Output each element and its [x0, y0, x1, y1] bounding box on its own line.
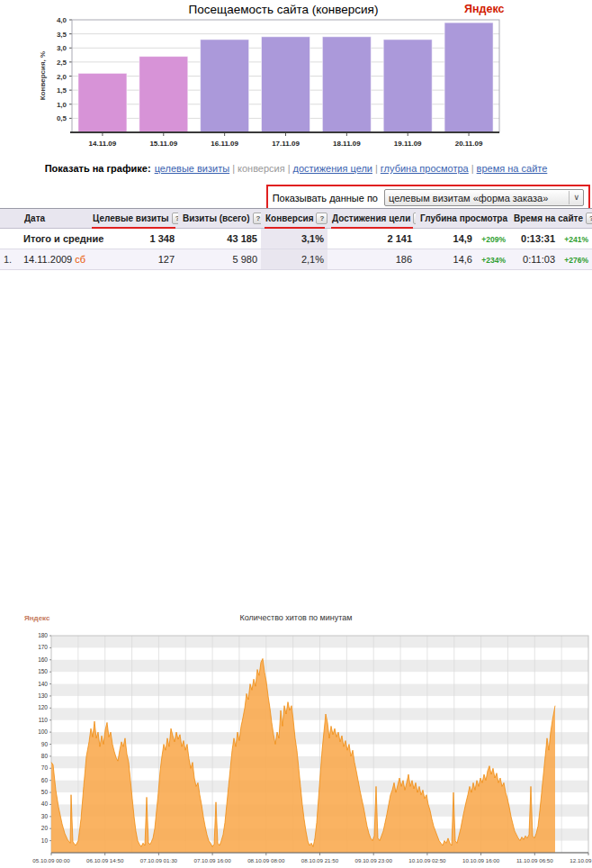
- svg-text:4,0: 4,0: [57, 16, 67, 24]
- svg-text:11.10.09 06:50: 11.10.09 06:50: [516, 857, 553, 863]
- col-header-time[interactable]: Время на сайте?: [509, 209, 592, 229]
- svg-text:170: 170: [38, 644, 48, 650]
- totals-label: Итого и средние: [20, 229, 88, 249]
- filter-selected-value: целевым визитам «форма заказа»: [389, 193, 548, 203]
- header-label: Время на сайте: [514, 213, 583, 223]
- svg-text:19.11.09: 19.11.09: [394, 140, 422, 148]
- row-conversion: 2,1%: [261, 249, 327, 270]
- svg-text:120: 120: [38, 704, 48, 710]
- svg-text:20.11.09: 20.11.09: [455, 140, 483, 148]
- col-header-index: [0, 209, 20, 229]
- help-icon[interactable]: ?: [316, 212, 327, 224]
- svg-text:07.10.09 16:00: 07.10.09 16:00: [193, 857, 231, 863]
- data-filter-dropdown[interactable]: целевым визитам «форма заказа» ∨: [384, 189, 584, 206]
- row-index: 1.: [0, 249, 20, 270]
- value: 0:13:31: [513, 233, 555, 244]
- annotation-underline: [92, 227, 175, 229]
- annotation-underline: [265, 227, 325, 229]
- svg-text:12.10.09 10:50: 12.10.09 10:50: [570, 857, 592, 863]
- totals-achievements: 2 141: [327, 229, 416, 249]
- svg-text:07.10.09 01:30: 07.10.09 01:30: [140, 857, 178, 863]
- row-visits: 5 980: [178, 249, 261, 270]
- col-header-conversion[interactable]: Конверсия?: [261, 209, 327, 229]
- separator: |: [288, 163, 291, 174]
- svg-text:08.10.09 08:00: 08.10.09 08:00: [247, 857, 285, 863]
- link-goal-visits[interactable]: целевые визиты: [155, 163, 230, 174]
- header-label: Визиты (всего): [183, 213, 250, 223]
- svg-text:100: 100: [38, 728, 48, 735]
- col-header-visits[interactable]: Визиты (всего)?: [178, 209, 261, 229]
- svg-text:3,5: 3,5: [57, 31, 67, 39]
- svg-text:160: 160: [38, 656, 48, 663]
- svg-text:30: 30: [41, 813, 49, 819]
- weekday-label: сб: [75, 254, 85, 265]
- svg-text:90: 90: [41, 741, 49, 747]
- col-header-date[interactable]: Дата: [20, 209, 88, 229]
- col-header-achievements[interactable]: Достижения цели?: [327, 209, 416, 229]
- annotation-underline: [331, 227, 413, 229]
- svg-text:10: 10: [41, 837, 49, 844]
- svg-text:09.10.09 23:00: 09.10.09 23:00: [355, 857, 393, 863]
- date-value: 14.11.2009: [23, 254, 72, 265]
- table-row: 1. 14.11.2009 сб 127 5 980 2,1% 186 14,6…: [0, 249, 592, 270]
- delta-badge: +276%: [555, 256, 588, 265]
- row-date[interactable]: 14.11.2009 сб: [20, 249, 88, 270]
- svg-text:60: 60: [41, 777, 49, 783]
- svg-text:20: 20: [41, 825, 49, 831]
- svg-text:05.10.09 00:00: 05.10.09 00:00: [32, 857, 70, 863]
- separator: |: [375, 163, 378, 174]
- svg-text:1,5: 1,5: [57, 86, 67, 95]
- svg-text:10.10.09 02:50: 10.10.09 02:50: [408, 857, 446, 863]
- svg-text:10.10.09 16:00: 10.10.09 16:00: [462, 857, 500, 863]
- svg-text:3,0: 3,0: [57, 44, 67, 52]
- header-label: Целевые визиты: [93, 213, 169, 223]
- delta-badge: +241%: [555, 235, 588, 244]
- row-goal-visits: 127: [88, 249, 178, 270]
- svg-text:16.11.09: 16.11.09: [211, 140, 238, 148]
- svg-text:150: 150: [38, 668, 48, 674]
- svg-text:17.11.09: 17.11.09: [272, 140, 300, 148]
- totals-conversion: 3,1%: [261, 229, 327, 249]
- help-icon[interactable]: ?: [586, 212, 592, 224]
- conversion-bar-chart: 4,03,53,02,52,01,51,00,514.11.0915.11.09…: [0, 0, 592, 155]
- annotation-red-box: Показывать данные по целевым визитам «фо…: [266, 185, 590, 211]
- hits-per-minute-area-chart: 1801701601501401301201101009080706050403…: [0, 603, 592, 868]
- svg-text:130: 130: [38, 692, 48, 699]
- col-header-goal-visits[interactable]: Целевые визиты?: [88, 209, 178, 229]
- value: 14,9: [419, 233, 472, 244]
- separator: |: [471, 163, 474, 174]
- row-time: 0:11:03+276%: [509, 249, 592, 270]
- link-goal-achievements[interactable]: достижения цели: [293, 163, 372, 174]
- svg-text:0,5: 0,5: [57, 114, 67, 122]
- link-time-on-site[interactable]: время на сайте: [477, 163, 548, 174]
- totals-depth: 14,9+209%: [416, 229, 509, 249]
- svg-text:80: 80: [41, 753, 49, 759]
- header-label: Достижения цели: [332, 213, 410, 223]
- header-label: Глубина просмотра: [420, 213, 507, 223]
- row-index: [0, 229, 20, 249]
- col-header-depth[interactable]: Глубина просмотра?: [416, 209, 509, 229]
- svg-text:180: 180: [38, 632, 48, 638]
- value: 14,6: [419, 254, 472, 265]
- svg-text:140: 140: [38, 681, 48, 687]
- totals-visits: 43 185: [178, 229, 261, 249]
- svg-text:14.11.09: 14.11.09: [89, 140, 117, 148]
- svg-text:50: 50: [41, 789, 49, 795]
- link-conversion-current: конверсия: [238, 163, 285, 174]
- links-prefix: Показать на графике:: [45, 163, 151, 174]
- svg-text:2,0: 2,0: [57, 73, 67, 81]
- svg-text:18.11.09: 18.11.09: [333, 140, 361, 148]
- svg-text:08.10.09 21:50: 08.10.09 21:50: [301, 857, 339, 863]
- value: 0:11:03: [513, 254, 555, 265]
- table-row-totals: Итого и средние 1 348 43 185 3,1% 2 141 …: [0, 229, 592, 249]
- svg-text:2,5: 2,5: [57, 59, 67, 67]
- delta-badge: +209%: [472, 235, 506, 244]
- link-view-depth[interactable]: глубина просмотра: [381, 163, 469, 174]
- svg-text:15.11.09: 15.11.09: [149, 140, 177, 148]
- row-depth: 14,6+234%: [416, 249, 509, 270]
- svg-text:40: 40: [41, 800, 49, 807]
- delta-badge: +234%: [472, 256, 506, 265]
- filter-label: Показывать данные по: [273, 193, 378, 203]
- row-achievements: 186: [327, 249, 416, 270]
- svg-text:1,0: 1,0: [57, 101, 67, 109]
